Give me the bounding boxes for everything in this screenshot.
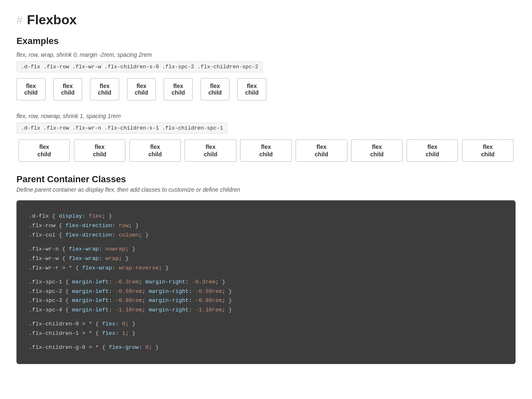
flex-child-item: flexchild bbox=[407, 139, 458, 162]
page-title: Flexbox bbox=[27, 12, 77, 28]
hash-icon: # bbox=[16, 14, 23, 27]
flex-child-item: flexchild bbox=[185, 139, 236, 162]
code-line: .flx-children-g-0 > * bbox=[29, 344, 99, 350]
flex-child-item: flex child bbox=[90, 78, 119, 100]
code-line: .flx-wr-r > * bbox=[29, 265, 72, 271]
parent-container-code-block: .d-flx { display: flex; } .flx-row { fle… bbox=[16, 200, 516, 364]
flex-child-item: flex child bbox=[16, 78, 46, 100]
flex-child-item: flex child bbox=[201, 78, 230, 100]
code-line: .flx-spc-4 bbox=[29, 307, 62, 313]
example1-flex-container: flex child flex child flex child flex ch… bbox=[13, 74, 520, 104]
code-line: .flx-wr-w bbox=[29, 255, 59, 262]
example2-code: .d-flx .flx-row .flx-wr-n .flx-children-… bbox=[16, 123, 227, 134]
examples-section: Examples flex, row, wrap, shrink 0, marg… bbox=[16, 36, 516, 162]
code-line: .flx-wr-n bbox=[29, 246, 59, 252]
example2-label: flex, row, nowrap, shrink 1, spacing 1re… bbox=[16, 113, 516, 119]
flex-child-item: flexchild bbox=[130, 139, 181, 162]
flex-child-item: flex child bbox=[53, 78, 83, 100]
flex-child-item: flex child bbox=[164, 78, 193, 100]
examples-heading: Examples bbox=[16, 36, 516, 46]
example2-flex-container-wrapper: flexchild flexchild flexchild flexchild … bbox=[16, 139, 516, 162]
example1-code: .d-flx .flx-row .flx-wr-w .flx-children-… bbox=[16, 61, 263, 72]
flex-child-item: flexchild bbox=[351, 139, 402, 162]
parent-container-description: Define parent container as display flex,… bbox=[16, 186, 516, 193]
code-line: .flx-children-1 > * bbox=[29, 330, 92, 336]
code-line: .flx-row bbox=[29, 223, 56, 229]
parent-container-section: Parent Container Classes Define parent c… bbox=[16, 174, 516, 364]
flex-child-item: flex child bbox=[237, 78, 266, 100]
flex-child-item: flexchild bbox=[19, 139, 70, 162]
parent-container-heading: Parent Container Classes bbox=[16, 174, 516, 185]
flex-child-item: flexchild bbox=[462, 139, 513, 162]
flex-child-item: flexchild bbox=[240, 139, 291, 162]
code-line: .flx-col bbox=[29, 232, 56, 238]
flex-child-item: flexchild bbox=[74, 139, 125, 162]
example2: flex, row, nowrap, shrink 1, spacing 1re… bbox=[16, 113, 516, 162]
example1: flex, row, wrap, shrink 0, margin -2rem,… bbox=[16, 51, 516, 104]
code-line: .flx-spc-2 bbox=[29, 288, 62, 295]
code-line: .flx-spc-1 bbox=[29, 279, 62, 285]
example2-flex-container: flexchild flexchild flexchild flexchild … bbox=[16, 139, 516, 162]
code-line: .flx-spc-3 bbox=[29, 297, 62, 304]
page-title-wrapper: # Flexbox bbox=[16, 12, 516, 28]
code-line: .d-flx bbox=[29, 213, 49, 219]
code-line: .flx-children-0 > * bbox=[29, 321, 92, 327]
example1-label: flex, row, wrap, shrink 0, margin -2rem,… bbox=[16, 51, 516, 58]
flex-child-item: flexchild bbox=[296, 139, 347, 162]
flex-child-item: flex child bbox=[127, 78, 156, 100]
